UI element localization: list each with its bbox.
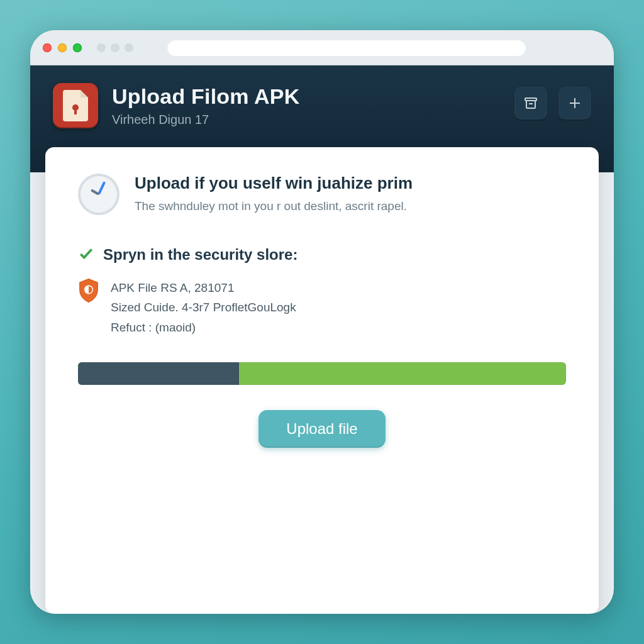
window-titlebar xyxy=(30,30,614,65)
page-title: Upload Filom APK xyxy=(112,84,300,109)
security-body: APK File RS A, 281071 Sized Cuide. 4-3r7… xyxy=(78,278,566,337)
shield-icon xyxy=(78,278,99,303)
tab-dot-group xyxy=(97,43,133,52)
intro-section: Upload if you uself win juahize prim The… xyxy=(78,174,566,215)
intro-text: Upload if you uself win juahize prim The… xyxy=(135,174,413,213)
security-meta: APK File RS A, 281071 Sized Cuide. 4-3r7… xyxy=(111,278,296,337)
plus-icon xyxy=(567,96,582,111)
intro-heading: Upload if you uself win juahize prim xyxy=(135,174,413,193)
upload-file-button[interactable]: Upload file xyxy=(258,410,385,448)
cta-row: Upload file xyxy=(78,410,566,448)
upload-progress-fill xyxy=(78,362,239,385)
page-subtitle: Virheeh Digun 17 xyxy=(112,113,300,127)
tab-dot xyxy=(111,43,119,52)
archive-icon xyxy=(523,96,538,111)
check-icon xyxy=(78,245,94,264)
security-section: Spryn in the security slore: APK File RS… xyxy=(78,245,566,337)
add-button[interactable] xyxy=(558,87,591,119)
address-bar[interactable] xyxy=(167,40,526,56)
header-actions xyxy=(514,87,591,119)
window-controls xyxy=(43,43,82,52)
close-window-button[interactable] xyxy=(43,43,52,52)
archive-button[interactable] xyxy=(514,87,547,119)
maximize-window-button[interactable] xyxy=(73,43,82,52)
meta-line: APK File RS A, 281071 xyxy=(111,278,296,297)
clock-icon xyxy=(78,174,119,215)
security-header: Spryn in the security slore: xyxy=(78,245,566,264)
security-heading: Spryn in the security slore: xyxy=(103,246,297,264)
tab-dot xyxy=(125,43,133,52)
app-file-icon xyxy=(53,83,98,128)
minimize-window-button[interactable] xyxy=(58,43,67,52)
meta-line: Sized Cuide. 4-3r7 ProfletGouLogk xyxy=(111,297,296,317)
browser-window: Upload Filom APK Virheeh Digun 17 Upload… xyxy=(30,30,614,614)
content-card: Upload if you uself win juahize prim The… xyxy=(45,147,599,614)
meta-line: Refuct : (maoid) xyxy=(111,318,296,337)
app-titles: Upload Filom APK Virheeh Digun 17 xyxy=(112,84,300,127)
intro-body: The swhnduley mot in you r out deslint, … xyxy=(135,199,413,213)
upload-progress-bar xyxy=(78,362,566,385)
tab-dot xyxy=(97,43,106,52)
